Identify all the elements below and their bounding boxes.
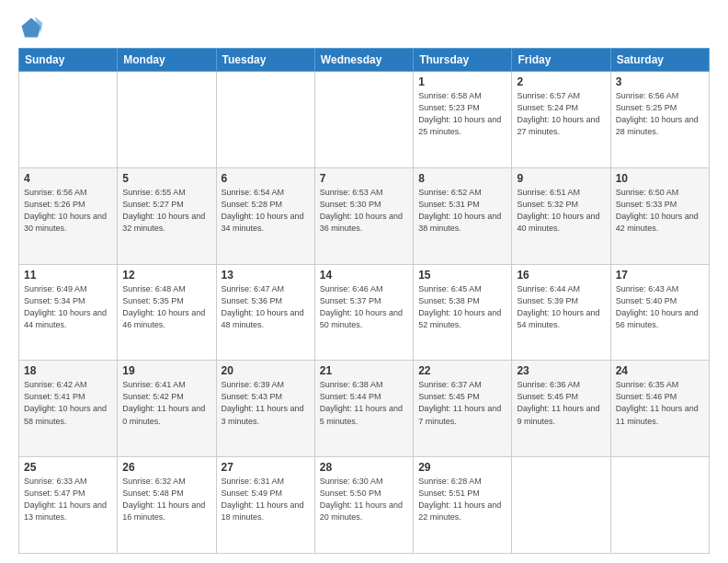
cell-info: Sunrise: 6:42 AMSunset: 5:41 PMDaylight:…: [24, 379, 112, 427]
cell-info: Sunrise: 6:33 AMSunset: 5:47 PMDaylight:…: [24, 476, 112, 523]
calendar-cell: [610, 457, 709, 554]
day-number: 24: [616, 364, 704, 377]
calendar-cell: 20Sunrise: 6:39 AMSunset: 5:43 PMDayligh…: [216, 361, 314, 457]
page: SundayMondayTuesdayWednesdayThursdayFrid…: [0, 0, 728, 563]
day-number: 20: [222, 364, 310, 377]
calendar-cell: 4Sunrise: 6:56 AMSunset: 5:26 PMDaylight…: [19, 167, 118, 264]
cell-info: Sunrise: 6:30 AMSunset: 5:50 PMDaylight:…: [320, 476, 408, 523]
cell-info: Sunrise: 6:43 AMSunset: 5:40 PMDaylight:…: [616, 283, 704, 331]
calendar-cell: 6Sunrise: 6:54 AMSunset: 5:28 PMDaylight…: [216, 167, 314, 264]
day-number: 8: [418, 172, 506, 185]
cell-info: Sunrise: 6:45 AMSunset: 5:38 PMDaylight:…: [418, 283, 506, 331]
day-number: 18: [24, 364, 112, 377]
day-header-sunday: Sunday: [19, 49, 118, 72]
calendar-cell: 19Sunrise: 6:41 AMSunset: 5:42 PMDayligh…: [118, 361, 216, 457]
logo-icon: [18, 15, 44, 40]
day-number: 3: [616, 75, 704, 88]
cell-info: Sunrise: 6:55 AMSunset: 5:27 PMDaylight:…: [122, 187, 210, 235]
day-number: 19: [122, 364, 210, 377]
cell-info: Sunrise: 6:51 AMSunset: 5:32 PMDaylight:…: [517, 187, 605, 235]
day-number: 14: [320, 269, 408, 282]
cell-info: Sunrise: 6:31 AMSunset: 5:49 PMDaylight:…: [222, 476, 310, 523]
calendar-cell: 28Sunrise: 6:30 AMSunset: 5:50 PMDayligh…: [314, 457, 413, 554]
day-number: 10: [616, 172, 704, 185]
day-number: 22: [418, 364, 506, 377]
calendar-cell: 18Sunrise: 6:42 AMSunset: 5:41 PMDayligh…: [19, 361, 118, 457]
calendar-cell: 25Sunrise: 6:33 AMSunset: 5:47 PMDayligh…: [19, 457, 118, 554]
day-number: 29: [418, 461, 506, 474]
day-number: 1: [418, 75, 506, 88]
cell-info: Sunrise: 6:38 AMSunset: 5:44 PMDaylight:…: [320, 379, 408, 427]
day-number: 15: [418, 269, 506, 282]
calendar-cell: 26Sunrise: 6:32 AMSunset: 5:48 PMDayligh…: [118, 457, 216, 554]
calendar-week-5: 25Sunrise: 6:33 AMSunset: 5:47 PMDayligh…: [19, 457, 710, 554]
calendar-cell: 24Sunrise: 6:35 AMSunset: 5:46 PMDayligh…: [610, 361, 709, 457]
calendar-cell: 29Sunrise: 6:28 AMSunset: 5:51 PMDayligh…: [414, 457, 512, 554]
calendar-cell: 16Sunrise: 6:44 AMSunset: 5:39 PMDayligh…: [512, 264, 610, 361]
day-number: 12: [122, 269, 210, 282]
calendar-week-3: 11Sunrise: 6:49 AMSunset: 5:34 PMDayligh…: [19, 264, 710, 361]
day-number: 7: [320, 172, 408, 185]
calendar-cell: 14Sunrise: 6:46 AMSunset: 5:37 PMDayligh…: [314, 264, 413, 361]
day-number: 9: [517, 172, 605, 185]
day-number: 26: [122, 461, 210, 474]
calendar-cell: 23Sunrise: 6:36 AMSunset: 5:45 PMDayligh…: [512, 361, 610, 457]
calendar-cell: 13Sunrise: 6:47 AMSunset: 5:36 PMDayligh…: [216, 264, 314, 361]
header: [18, 15, 710, 40]
cell-info: Sunrise: 6:54 AMSunset: 5:28 PMDaylight:…: [222, 187, 310, 235]
day-number: 13: [222, 269, 310, 282]
day-number: 17: [616, 269, 704, 282]
calendar-cell: 7Sunrise: 6:53 AMSunset: 5:30 PMDaylight…: [314, 167, 413, 264]
calendar-cell: 3Sunrise: 6:56 AMSunset: 5:25 PMDaylight…: [610, 72, 709, 168]
calendar-cell: [512, 457, 610, 554]
logo: [18, 15, 48, 40]
day-number: 23: [517, 364, 605, 377]
day-number: 4: [24, 172, 112, 185]
cell-info: Sunrise: 6:44 AMSunset: 5:39 PMDaylight:…: [517, 283, 605, 331]
calendar-cell: 11Sunrise: 6:49 AMSunset: 5:34 PMDayligh…: [19, 264, 118, 361]
day-number: 2: [517, 75, 605, 88]
cell-info: Sunrise: 6:37 AMSunset: 5:45 PMDaylight:…: [418, 379, 506, 427]
calendar-week-2: 4Sunrise: 6:56 AMSunset: 5:26 PMDaylight…: [19, 167, 710, 264]
calendar-cell: 10Sunrise: 6:50 AMSunset: 5:33 PMDayligh…: [610, 167, 709, 264]
cell-info: Sunrise: 6:36 AMSunset: 5:45 PMDaylight:…: [517, 379, 605, 427]
calendar-cell: 27Sunrise: 6:31 AMSunset: 5:49 PMDayligh…: [216, 457, 314, 554]
calendar-cell: 22Sunrise: 6:37 AMSunset: 5:45 PMDayligh…: [414, 361, 512, 457]
cell-info: Sunrise: 6:35 AMSunset: 5:46 PMDaylight:…: [616, 379, 704, 427]
cell-info: Sunrise: 6:52 AMSunset: 5:31 PMDaylight:…: [418, 187, 506, 235]
cell-info: Sunrise: 6:48 AMSunset: 5:35 PMDaylight:…: [122, 283, 210, 331]
day-header-thursday: Thursday: [414, 49, 512, 72]
day-header-friday: Friday: [512, 49, 610, 72]
calendar-cell: [118, 72, 216, 168]
calendar-cell: 17Sunrise: 6:43 AMSunset: 5:40 PMDayligh…: [610, 264, 709, 361]
calendar-cell: 5Sunrise: 6:55 AMSunset: 5:27 PMDaylight…: [118, 167, 216, 264]
cell-info: Sunrise: 6:56 AMSunset: 5:25 PMDaylight:…: [616, 90, 704, 138]
cell-info: Sunrise: 6:56 AMSunset: 5:26 PMDaylight:…: [24, 187, 112, 235]
day-number: 25: [24, 461, 112, 474]
day-header-wednesday: Wednesday: [314, 49, 413, 72]
cell-info: Sunrise: 6:49 AMSunset: 5:34 PMDaylight:…: [24, 283, 112, 331]
cell-info: Sunrise: 6:41 AMSunset: 5:42 PMDaylight:…: [122, 379, 210, 427]
calendar-cell: [216, 72, 314, 168]
day-number: 16: [517, 269, 605, 282]
calendar-cell: 2Sunrise: 6:57 AMSunset: 5:24 PMDaylight…: [512, 72, 610, 168]
day-number: 6: [222, 172, 310, 185]
calendar-week-4: 18Sunrise: 6:42 AMSunset: 5:41 PMDayligh…: [19, 361, 710, 457]
calendar-cell: [314, 72, 413, 168]
cell-info: Sunrise: 6:58 AMSunset: 5:23 PMDaylight:…: [418, 90, 506, 138]
calendar-table: SundayMondayTuesdayWednesdayThursdayFrid…: [18, 48, 710, 554]
day-number: 28: [320, 461, 408, 474]
calendar-header-row: SundayMondayTuesdayWednesdayThursdayFrid…: [19, 49, 710, 72]
day-header-saturday: Saturday: [610, 49, 709, 72]
day-header-monday: Monday: [118, 49, 216, 72]
calendar-week-1: 1Sunrise: 6:58 AMSunset: 5:23 PMDaylight…: [19, 72, 710, 168]
cell-info: Sunrise: 6:57 AMSunset: 5:24 PMDaylight:…: [517, 90, 605, 138]
day-number: 5: [122, 172, 210, 185]
cell-info: Sunrise: 6:32 AMSunset: 5:48 PMDaylight:…: [122, 476, 210, 523]
day-number: 11: [24, 269, 112, 282]
day-header-tuesday: Tuesday: [216, 49, 314, 72]
calendar-cell: 9Sunrise: 6:51 AMSunset: 5:32 PMDaylight…: [512, 167, 610, 264]
calendar-cell: 15Sunrise: 6:45 AMSunset: 5:38 PMDayligh…: [414, 264, 512, 361]
cell-info: Sunrise: 6:53 AMSunset: 5:30 PMDaylight:…: [320, 187, 408, 235]
calendar-cell: [19, 72, 118, 168]
